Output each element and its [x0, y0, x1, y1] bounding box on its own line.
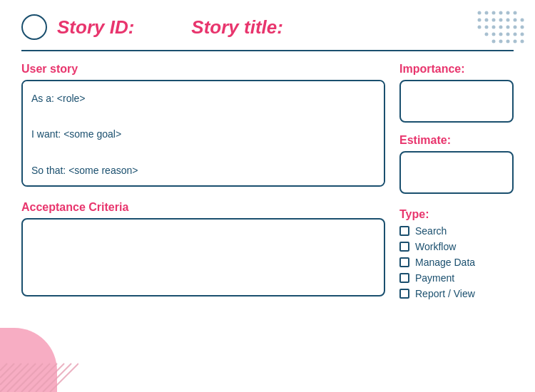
importance-section: Importance: [399, 63, 514, 123]
content-area: User story Acceptance Criteria Importanc… [21, 63, 514, 299]
type-checkbox-manage-data[interactable] [399, 257, 409, 267]
type-item-report-view[interactable]: Report / View [399, 288, 514, 299]
type-checkbox-report-view[interactable] [399, 289, 409, 299]
story-circle-icon [21, 14, 47, 40]
type-item-search[interactable]: Search [399, 225, 514, 237]
svg-line-3 [21, 363, 50, 392]
left-column: User story Acceptance Criteria [21, 63, 385, 299]
type-item-label-payment: Payment [415, 272, 454, 284]
svg-line-7 [50, 363, 78, 392]
svg-line-6 [43, 363, 71, 392]
story-title-label: Story title: [191, 16, 283, 38]
type-item-label-manage-data: Manage Data [415, 257, 475, 268]
type-item-manage-data[interactable]: Manage Data [399, 257, 514, 268]
header-divider [21, 50, 514, 51]
acceptance-criteria-label: Acceptance Criteria [21, 201, 385, 214]
user-story-textarea[interactable] [21, 80, 385, 187]
type-checkbox-workflow[interactable] [399, 242, 409, 252]
type-item-payment[interactable]: Payment [399, 272, 514, 284]
type-label: Type: [399, 208, 514, 221]
svg-line-2 [14, 363, 43, 392]
acceptance-criteria-section: Acceptance Criteria [21, 201, 385, 299]
svg-line-0 [0, 363, 29, 392]
type-item-workflow[interactable]: Workflow [399, 241, 514, 252]
type-checkbox-search[interactable] [399, 226, 409, 236]
estimate-label: Estimate: [399, 134, 514, 147]
type-item-label-workflow: Workflow [415, 241, 456, 252]
svg-line-9 [0, 363, 14, 378]
right-column: Importance: Estimate: Type: SearchWorkfl… [399, 63, 514, 299]
user-story-section: User story [21, 63, 385, 190]
estimate-box[interactable] [399, 151, 514, 194]
type-item-label-search: Search [415, 225, 447, 237]
type-item-label-report-view: Report / View [415, 288, 475, 299]
user-story-label: User story [21, 63, 385, 76]
svg-line-5 [36, 363, 64, 392]
importance-label: Importance: [399, 63, 514, 76]
svg-line-10 [0, 363, 7, 371]
decorative-lines-bl [0, 328, 78, 392]
svg-line-4 [29, 363, 57, 392]
svg-line-1 [7, 363, 36, 392]
type-list: SearchWorkflowManage DataPaymentReport /… [399, 225, 514, 299]
importance-box[interactable] [399, 80, 514, 123]
header-row: Story ID: Story title: [21, 14, 514, 40]
type-checkbox-payment[interactable] [399, 273, 409, 283]
acceptance-criteria-textarea[interactable] [21, 218, 385, 296]
type-section: Type: SearchWorkflowManage DataPaymentRe… [399, 208, 514, 299]
estimate-section: Estimate: [399, 134, 514, 194]
story-id-label: Story ID: [57, 16, 134, 38]
